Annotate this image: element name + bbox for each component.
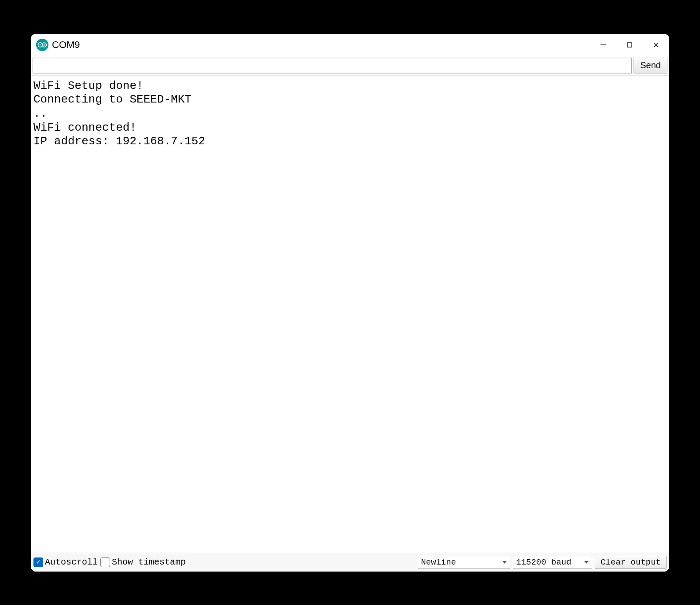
- serial-input[interactable]: [33, 58, 632, 73]
- show-timestamp-label: Show timestamp: [112, 557, 186, 567]
- line-ending-value: Newline: [421, 557, 456, 567]
- serial-output-text: WiFi Setup done! Connecting to SEEED-MKT…: [33, 79, 667, 149]
- svg-rect-4: [627, 43, 632, 47]
- serial-output[interactable]: WiFi Setup done! Connecting to SEEED-MKT…: [31, 75, 669, 553]
- serial-monitor-window: COM9 Send WiFi Setup done! Connecting to…: [31, 34, 669, 572]
- checkbox-box: [100, 557, 110, 567]
- baud-value: 115200 baud: [516, 557, 571, 567]
- minimize-button[interactable]: [590, 34, 616, 56]
- autoscroll-checkbox[interactable]: ✓ Autoscroll: [33, 557, 98, 567]
- line-ending-select[interactable]: Newline: [418, 556, 510, 569]
- titlebar: COM9: [31, 34, 669, 56]
- show-timestamp-checkbox[interactable]: Show timestamp: [100, 557, 186, 567]
- window-controls: [590, 34, 669, 56]
- window-title: COM9: [52, 39, 590, 51]
- maximize-button[interactable]: [616, 34, 643, 56]
- send-button[interactable]: Send: [634, 58, 667, 73]
- clear-output-button[interactable]: Clear output: [595, 556, 667, 569]
- close-button[interactable]: [643, 34, 669, 56]
- arduino-icon: [36, 39, 48, 51]
- baud-select[interactable]: 115200 baud: [513, 556, 592, 569]
- autoscroll-label: Autoscroll: [45, 557, 98, 567]
- input-toolbar: Send: [31, 56, 669, 75]
- statusbar: ✓ Autoscroll Show timestamp Newline 1152…: [31, 553, 669, 572]
- checkbox-box: ✓: [33, 557, 43, 567]
